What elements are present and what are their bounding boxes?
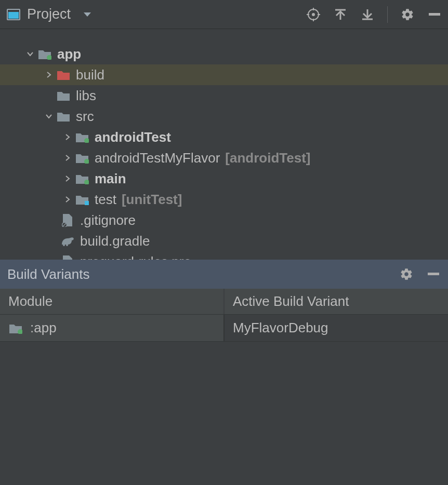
- tree-row-androidtestmyflavor[interactable]: androidTestMyFlavor [androidTest]: [0, 147, 448, 168]
- tree-row-app[interactable]: app: [0, 44, 448, 64]
- chevron-right-icon[interactable]: [60, 133, 75, 141]
- tree-row-buildgradle[interactable]: build.gradle: [0, 231, 448, 251]
- folder-icon: [56, 88, 71, 103]
- svg-point-3: [312, 13, 315, 16]
- tree-label-proguard: proguard-rules.pro: [80, 254, 191, 260]
- file-icon: [60, 213, 75, 227]
- svg-point-21: [66, 244, 68, 246]
- table-row[interactable]: :app MyFlavorDebug: [0, 315, 448, 342]
- tree-label-buildgradle: build.gradle: [80, 233, 150, 249]
- tree-row-main[interactable]: main: [0, 168, 448, 189]
- column-header-module[interactable]: Module: [0, 289, 225, 314]
- test-folder-icon: [75, 151, 89, 165]
- cell-variant[interactable]: MyFlavorDebug: [225, 315, 448, 341]
- build-variants-title: Build Variants: [7, 266, 90, 282]
- tree-row-proguard[interactable]: proguard-rules.pro: [0, 251, 448, 260]
- chevron-right-icon[interactable]: [60, 174, 75, 183]
- view-dropdown-icon[interactable]: [80, 7, 95, 22]
- module-icon: [8, 321, 23, 335]
- test-folder-icon: [75, 130, 89, 144]
- gradle-icon: [60, 234, 75, 248]
- tree-row-libs[interactable]: libs: [0, 85, 448, 106]
- expand-all-icon[interactable]: [333, 7, 348, 22]
- table-header-row: Module Active Build Variant: [0, 289, 448, 315]
- file-icon: [60, 254, 75, 260]
- settings-icon[interactable]: [400, 7, 415, 22]
- collapse-all-icon[interactable]: [360, 7, 375, 22]
- hide-panel-icon[interactable]: [427, 7, 442, 22]
- column-header-module-label: Module: [8, 293, 52, 309]
- tree-suffix-test: [unitTest]: [122, 192, 182, 208]
- chevron-right-icon[interactable]: [42, 71, 56, 79]
- test-folder-icon: [75, 192, 89, 207]
- tree-label-build: build: [76, 67, 104, 83]
- svg-point-20: [63, 244, 65, 246]
- chevron-right-icon[interactable]: [60, 154, 75, 162]
- toolbar-divider: [387, 6, 388, 23]
- cell-module-label: :app: [30, 320, 57, 336]
- excluded-folder-icon: [56, 68, 71, 82]
- tree-label-androidtestmyflavor: androidTestMyFlavor: [95, 150, 220, 166]
- tree-row-clipped[interactable]: [0, 29, 448, 44]
- tree-label-test: test: [95, 192, 116, 208]
- column-header-variant-label: Active Build Variant: [233, 293, 349, 309]
- tree-label-androidtest: androidTest: [95, 129, 171, 145]
- column-header-variant[interactable]: Active Build Variant: [225, 289, 448, 314]
- tree-label-gitignore: .gitignore: [80, 212, 136, 228]
- chevron-right-icon[interactable]: [60, 195, 75, 204]
- svg-rect-25: [428, 273, 439, 275]
- tree-row-test[interactable]: test [unitTest]: [0, 189, 448, 210]
- tree-row-build[interactable]: build: [0, 64, 448, 85]
- tree-row-src[interactable]: src: [0, 106, 448, 127]
- tree-label-src: src: [76, 109, 94, 125]
- tree-label-app: app: [57, 46, 81, 62]
- locate-icon[interactable]: [306, 7, 321, 22]
- tree-suffix-androidtestmyflavor: [androidTest]: [225, 150, 310, 166]
- chevron-down-icon[interactable]: [42, 112, 56, 120]
- source-folder-icon: [75, 171, 89, 186]
- svg-rect-1: [8, 12, 19, 19]
- cell-module[interactable]: :app: [0, 315, 225, 341]
- svg-rect-17: [85, 201, 89, 205]
- build-variants-table: Module Active Build Variant :app MyFlavo…: [0, 289, 448, 342]
- project-panel-header: Project: [0, 0, 448, 29]
- cell-variant-label: MyFlavorDebug: [233, 320, 328, 336]
- project-view-icon[interactable]: [6, 7, 21, 22]
- project-tree[interactable]: app build libs src: [0, 29, 448, 260]
- project-panel-title: Project: [27, 6, 71, 22]
- chevron-down-icon[interactable]: [23, 50, 37, 58]
- settings-icon[interactable]: [399, 267, 414, 281]
- tree-row-androidtest[interactable]: androidTest: [0, 127, 448, 147]
- hide-panel-icon[interactable]: [426, 267, 441, 281]
- build-variants-header: Build Variants: [0, 260, 448, 289]
- empty-area: [0, 342, 448, 485]
- tree-label-main: main: [95, 171, 126, 187]
- tree-row-gitignore[interactable]: .gitignore: [0, 210, 448, 231]
- svg-rect-12: [429, 13, 440, 16]
- tree-label-libs: libs: [76, 88, 96, 104]
- folder-icon: [56, 109, 71, 124]
- module-folder-icon: [37, 47, 52, 61]
